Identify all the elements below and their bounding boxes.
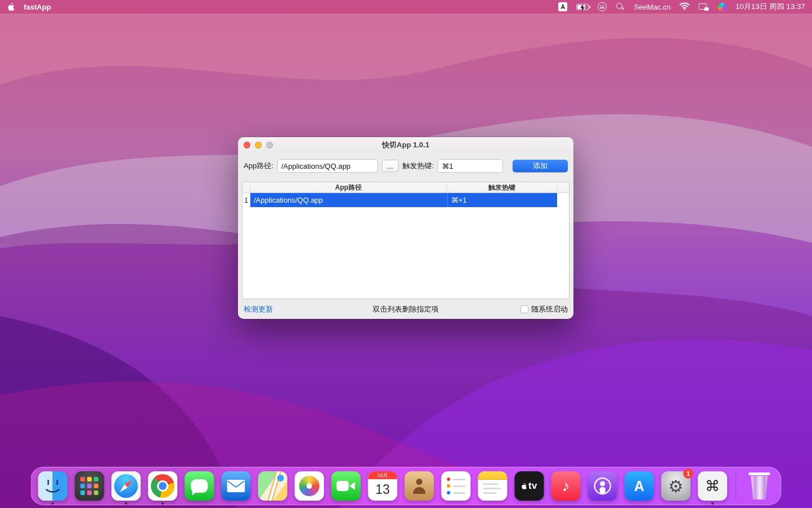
- maps-icon: [258, 471, 288, 501]
- table-header-row: App路径 触发热键: [242, 182, 569, 193]
- dock-item-fastapp[interactable]: ⌘: [698, 471, 727, 501]
- check-update-link[interactable]: 检测更新: [244, 304, 273, 314]
- dock-item-finder[interactable]: [38, 471, 68, 501]
- app-path-input[interactable]: [277, 159, 378, 173]
- close-button[interactable]: [244, 142, 250, 148]
- hotkey-form: App路径: ... 触发热键: 添加: [238, 153, 573, 177]
- table-row[interactable]: 1 /Applications/QQ.app ⌘+1: [242, 193, 569, 207]
- hotkey-label: 触发热键:: [403, 161, 434, 171]
- app-path-label: App路径:: [244, 161, 273, 171]
- app-store-glyph: A: [634, 478, 644, 494]
- window-title: 快切App 1.0.1: [238, 140, 573, 150]
- hotkey-table[interactable]: App路径 触发热键 1 /Applications/QQ.app ⌘+1: [242, 182, 570, 299]
- autostart-checkbox[interactable]: [520, 305, 528, 313]
- music-note-glyph: ♪: [562, 478, 570, 495]
- safari-icon: [112, 471, 141, 501]
- mail-icon: [222, 471, 251, 501]
- calendar-month-label: 10月: [368, 471, 398, 479]
- podcasts-icon: [588, 471, 617, 501]
- dock-item-notes[interactable]: [478, 471, 508, 501]
- dock-item-launchpad[interactable]: [75, 471, 104, 501]
- chrome-icon: [148, 471, 178, 501]
- music-icon: ♪: [551, 471, 581, 501]
- app-store-icon: A: [625, 471, 654, 501]
- apple-tv-icon: tv: [515, 471, 544, 501]
- dock-item-calendar[interactable]: 10月 13: [368, 471, 398, 501]
- messages-icon: [185, 471, 214, 501]
- wifi-icon[interactable]: [679, 2, 690, 12]
- dock-item-reminders[interactable]: [442, 471, 471, 501]
- input-method-indicator[interactable]: A: [558, 2, 567, 11]
- launchpad-icon: [75, 471, 104, 501]
- calendar-icon: 10月 13: [368, 471, 398, 501]
- dock-item-facetime[interactable]: [332, 471, 361, 501]
- table-header-spacer: [557, 182, 569, 192]
- app-status-menu-icon[interactable]: [598, 2, 607, 11]
- settings-notification-badge: 1: [683, 468, 694, 479]
- reminders-icon: [442, 471, 471, 501]
- dock-item-chrome[interactable]: [148, 471, 178, 501]
- menu-bar: fastApp A SeeMac.cn 10月13日 周四 13:37: [0, 0, 812, 14]
- row-app-path[interactable]: /Applications/QQ.app: [250, 193, 447, 207]
- dock-item-contacts[interactable]: [405, 471, 434, 501]
- traffic-lights: [244, 137, 273, 153]
- menubar-site-label[interactable]: SeeMac.cn: [634, 3, 670, 11]
- dock-item-trash[interactable]: [745, 471, 774, 501]
- dock-item-appletv[interactable]: tv: [515, 471, 544, 501]
- minimize-button[interactable]: [255, 142, 262, 148]
- apple-tv-label: tv: [528, 480, 537, 492]
- dock-item-podcasts[interactable]: [588, 471, 617, 501]
- search-icon[interactable]: [616, 2, 625, 11]
- apple-menu-icon[interactable]: [7, 2, 15, 12]
- battery-charging-icon[interactable]: [576, 4, 589, 10]
- dock-divider: [736, 471, 736, 501]
- row-hotkey[interactable]: ⌘+1: [447, 193, 557, 207]
- dock: 10月 13 tv ♪: [31, 467, 782, 505]
- calendar-day-label: 13: [376, 479, 390, 501]
- table-header-gutter: [242, 182, 250, 192]
- trash-icon: [745, 471, 774, 501]
- window-titlebar[interactable]: 快切App 1.0.1: [238, 137, 573, 153]
- row-index: 1: [242, 193, 250, 207]
- dock-item-photos[interactable]: [295, 471, 324, 501]
- finder-icon: [38, 471, 68, 501]
- hotkey-input[interactable]: [438, 159, 503, 173]
- command-glyph: ⌘: [705, 478, 720, 495]
- menubar-app-name[interactable]: fastApp: [24, 3, 51, 11]
- dock-item-maps[interactable]: [258, 471, 288, 501]
- dock-item-mail[interactable]: [222, 471, 251, 501]
- table-header-hotkey[interactable]: 触发热键: [447, 182, 557, 192]
- autostart-option[interactable]: 随系统启动: [520, 304, 568, 314]
- dock-item-messages[interactable]: [185, 471, 214, 501]
- menubar-datetime[interactable]: 10月13日 周四 13:37: [735, 2, 805, 12]
- dock-item-music[interactable]: ♪: [551, 471, 581, 501]
- gear-glyph: ⚙: [668, 476, 683, 496]
- display-mirroring-icon[interactable]: [699, 3, 709, 11]
- notes-icon: [478, 471, 508, 501]
- contacts-icon: [405, 471, 434, 501]
- dock-item-settings[interactable]: 1 ⚙: [661, 471, 691, 501]
- dock-item-safari[interactable]: [112, 471, 141, 501]
- delete-hint-text: 双击列表删除指定项: [373, 304, 439, 314]
- facetime-icon: [332, 471, 361, 501]
- window-footer: 检测更新 双击列表删除指定项 随系统启动: [244, 304, 568, 315]
- table-header-app-path[interactable]: App路径: [250, 182, 447, 192]
- zoom-button[interactable]: [266, 142, 273, 148]
- colorful-status-icon[interactable]: [718, 3, 726, 11]
- fastapp-icon: ⌘: [698, 471, 727, 501]
- fastapp-window: 快切App 1.0.1 App路径: ... 触发热键: 添加 App路径 触发…: [238, 137, 573, 319]
- dock-item-appstore[interactable]: A: [625, 471, 654, 501]
- photos-icon: [295, 471, 324, 501]
- browse-button[interactable]: ...: [382, 160, 399, 172]
- add-button[interactable]: 添加: [513, 160, 568, 172]
- autostart-label: 随系统启动: [531, 304, 568, 314]
